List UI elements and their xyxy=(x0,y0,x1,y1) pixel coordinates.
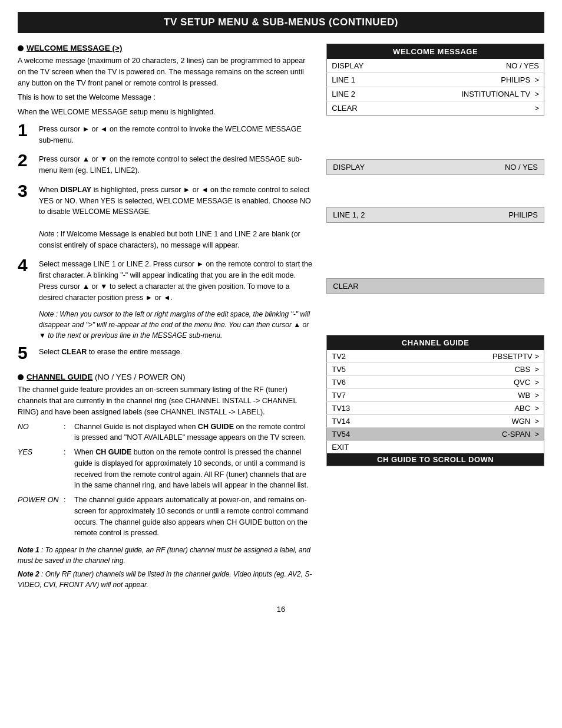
display-box-label: DISPLAY xyxy=(333,163,365,172)
clear-box-label: CLEAR xyxy=(333,282,358,291)
wm-row-line1: LINE 1 PHILIPS > xyxy=(327,73,544,87)
cg-row-tv14: TV14 WGN > xyxy=(327,415,544,428)
cg-row-tv5: TV5 CBS > xyxy=(327,363,544,376)
spacer-3 xyxy=(326,231,544,278)
spacer-1 xyxy=(326,124,544,159)
cg-row-tv54: TV54 C-SPAN > xyxy=(327,428,544,441)
channel-note-1: Note 1 : To appear in the channel guide,… xyxy=(18,545,312,566)
step-3-text: When DISPLAY is highlighted, press curso… xyxy=(39,182,312,251)
channel-guide-table: CHANNEL GUIDE TV2 PBSETPTV > TV5 CBS > T… xyxy=(326,335,544,466)
display-box: DISPLAY NO / YES xyxy=(326,159,544,175)
def-power-on: POWER ON : The channel guide appears aut… xyxy=(18,495,312,539)
step-5-text: Select CLEAR to erase the entire message… xyxy=(39,344,182,358)
line-box-label: LINE 1, 2 xyxy=(333,210,365,219)
spacer-4 xyxy=(326,302,544,335)
step-1: 1 Press cursor ► or ◄ on the remote cont… xyxy=(18,121,312,146)
step-2-num: 2 xyxy=(18,151,34,169)
cg-row-tv7: TV7 WB > xyxy=(327,389,544,402)
bullet-icon xyxy=(18,45,24,51)
cg-row-tv13: TV13 ABC > xyxy=(327,402,544,415)
cg-row-tv2: TV2 PBSETPTV > xyxy=(327,350,544,363)
welcome-intro-3: When the WELCOME MESSAGE setup menu is h… xyxy=(18,107,312,118)
line-box-value: PHILIPS xyxy=(508,210,538,219)
channel-note-2: Note 2 : Only RF (tuner) channels will b… xyxy=(18,569,312,590)
spacer-2 xyxy=(326,183,544,207)
wm-row-display: DISPLAY NO / YES xyxy=(327,59,544,73)
def-no: NO : Channel Guide is not displayed when… xyxy=(18,421,312,444)
welcome-intro-1: A welcome message (maximum of 20 charact… xyxy=(18,55,312,88)
display-box-value: NO / YES xyxy=(505,163,538,172)
step-2-text: Press cursor ▲ or ▼ on the remote contro… xyxy=(39,151,312,176)
cg-row-exit: EXIT xyxy=(327,441,544,454)
page-number: 16 xyxy=(18,605,544,614)
step-5-num: 5 xyxy=(18,344,34,362)
definitions-list: NO : Channel Guide is not displayed when… xyxy=(18,421,312,539)
step-4: 4 Select message LINE 1 or LINE 2. Press… xyxy=(18,256,312,303)
wm-row-clear: CLEAR > xyxy=(327,101,544,116)
step-2: 2 Press cursor ▲ or ▼ on the remote cont… xyxy=(18,151,312,176)
steps-container: 1 Press cursor ► or ◄ on the remote cont… xyxy=(18,121,312,363)
cg-table-footer: CH GUIDE TO SCROLL DOWN xyxy=(327,453,544,466)
cg-table-header: CHANNEL GUIDE xyxy=(327,335,544,351)
channel-bullet-icon xyxy=(18,374,24,380)
step-4-num: 4 xyxy=(18,256,34,274)
cg-row-tv6: TV6 QVC > xyxy=(327,376,544,389)
step-5: 5 Select CLEAR to erase the entire messa… xyxy=(18,344,312,362)
step-4-note: Note : When you cursor to the left or ri… xyxy=(39,309,312,341)
step-3-num: 3 xyxy=(18,182,34,200)
welcome-message-header: WELCOME MESSAGE (>) xyxy=(18,44,312,52)
welcome-message-table: WELCOME MESSAGE DISPLAY NO / YES LINE 1 … xyxy=(326,44,544,116)
clear-box: CLEAR xyxy=(326,278,544,294)
step-4-text: Select message LINE 1 or LINE 2. Press c… xyxy=(39,256,312,303)
channel-guide-header: CHANNEL GUIDE (NO / YES / POWER ON) xyxy=(18,373,312,381)
page-title: TV SETUP MENU & SUB-MENUS (CONTINUED) xyxy=(18,12,544,33)
step-1-text: Press cursor ► or ◄ on the remote contro… xyxy=(39,121,312,146)
line-box: LINE 1, 2 PHILIPS xyxy=(326,207,544,223)
step-3: 3 When DISPLAY is highlighted, press cur… xyxy=(18,182,312,251)
def-yes: YES : When CH GUIDE button on the remote… xyxy=(18,447,312,491)
wm-table-header: WELCOME MESSAGE xyxy=(327,44,544,60)
wm-row-line2: LINE 2 INSTITUTIONAL TV > xyxy=(327,87,544,101)
welcome-intro-2: This is how to set the Welcome Message : xyxy=(18,92,312,103)
step-1-num: 1 xyxy=(18,121,34,139)
channel-guide-intro: The channel guide feature provides an on… xyxy=(18,384,312,417)
